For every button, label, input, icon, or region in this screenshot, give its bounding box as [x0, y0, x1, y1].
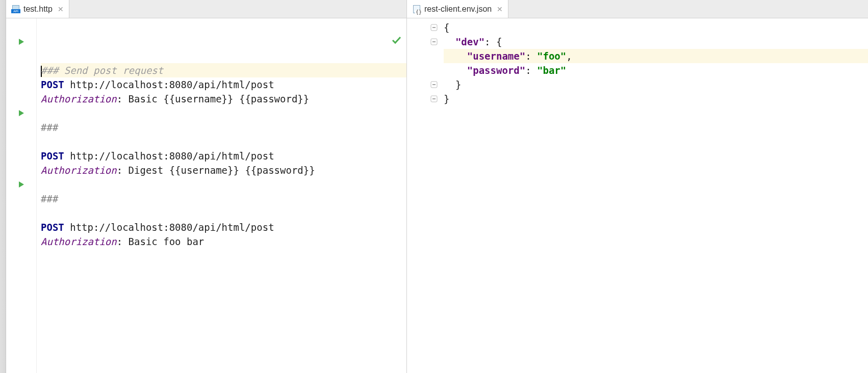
header-value: : Digest {{username}} {{password}} — [117, 165, 315, 176]
code-line[interactable]: Authorization: Digest {{username}} {{pas… — [41, 163, 406, 177]
code-line[interactable]: } — [444, 92, 868, 106]
json-key: "username" — [467, 50, 525, 62]
right-editor[interactable]: { "dev": { "username": "foo", "password"… — [407, 18, 868, 373]
http-url: http://localhost:8080/api/html/post — [64, 150, 274, 162]
http-url: http://localhost:8080/api/html/post — [64, 222, 274, 233]
close-icon[interactable]: ✕ — [497, 5, 503, 13]
code-line[interactable] — [41, 206, 406, 220]
http-method: POST — [41, 222, 64, 233]
run-request-icon[interactable] — [17, 109, 25, 117]
left-gutter[interactable] — [6, 18, 37, 373]
right-editor-pane: {} rest-client.env.json ✕ { "dev": { "us… — [407, 0, 868, 373]
left-code-area[interactable]: ### Send post requestPOST http://localho… — [37, 18, 406, 373]
code-line[interactable]: POST http://localhost:8080/api/html/post — [41, 149, 406, 163]
comment-text: ### Send post request — [41, 65, 163, 76]
run-request-icon[interactable] — [17, 180, 25, 189]
right-tabbar: {} rest-client.env.json ✕ — [407, 0, 868, 18]
tool-window-strip[interactable] — [0, 0, 6, 373]
json-string: "foo" — [537, 50, 566, 62]
json-punct: } — [444, 79, 461, 90]
code-line[interactable]: ### — [41, 120, 406, 135]
code-line[interactable]: POST http://localhost:8080/api/html/post — [41, 77, 406, 92]
code-line[interactable]: "password": "bar" — [444, 63, 868, 77]
tab-rest-client-env[interactable]: {} rest-client.env.json ✕ — [407, 0, 508, 18]
http-method: POST — [41, 150, 64, 162]
run-request-icon[interactable] — [17, 38, 25, 46]
right-code-area[interactable]: { "dev": { "username": "foo", "password"… — [440, 18, 868, 373]
json-key: "dev" — [455, 36, 484, 47]
code-line[interactable]: { — [444, 20, 868, 35]
fold-expand-icon[interactable] — [430, 95, 438, 103]
code-line[interactable] — [41, 106, 406, 120]
json-punct: : — [525, 50, 537, 62]
json-punct — [444, 65, 467, 76]
header-value: : Basic {{username}} {{password}} — [117, 93, 310, 104]
fold-expand-icon[interactable] — [430, 81, 438, 89]
code-line[interactable]: "username": "foo", — [444, 49, 868, 63]
json-key: "password" — [467, 65, 525, 76]
code-line[interactable] — [41, 177, 406, 192]
right-gutter[interactable] — [407, 18, 428, 373]
json-punct: } — [444, 93, 449, 104]
request-separator: ### — [41, 193, 58, 204]
json-punct: , — [566, 50, 572, 62]
json-file-icon: {} — [412, 5, 421, 14]
code-line[interactable]: ### Send post request — [41, 63, 406, 77]
http-file-icon: API — [11, 5, 20, 14]
header-name: Authorization — [41, 165, 117, 176]
header-value: : Basic foo bar — [117, 236, 205, 247]
json-punct: : — [525, 65, 537, 76]
json-punct — [444, 36, 455, 47]
http-method: POST — [41, 79, 64, 90]
code-line[interactable] — [41, 135, 406, 149]
request-separator: ### — [41, 122, 58, 133]
tab-label: test.http — [23, 5, 53, 14]
code-line[interactable]: ### — [41, 192, 406, 206]
http-url: http://localhost:8080/api/html/post — [64, 79, 274, 90]
code-line[interactable]: } — [444, 77, 868, 92]
left-tabbar: API test.http ✕ — [6, 0, 406, 18]
right-fold-strip[interactable] — [428, 18, 440, 373]
json-punct: : { — [484, 36, 502, 47]
json-punct — [444, 50, 467, 62]
header-name: Authorization — [41, 93, 117, 104]
code-line[interactable]: "dev": { — [444, 35, 868, 49]
inspection-ok-icon[interactable] — [333, 20, 401, 63]
tab-test-http[interactable]: API test.http ✕ — [6, 0, 69, 18]
json-string: "bar" — [537, 65, 566, 76]
code-line[interactable]: Authorization: Basic {{username}} {{pass… — [41, 92, 406, 106]
fold-collapse-icon[interactable] — [430, 23, 438, 32]
header-name: Authorization — [41, 236, 117, 247]
code-line[interactable]: POST http://localhost:8080/api/html/post — [41, 220, 406, 234]
left-editor-pane: API test.http ✕ ### Send post requestPOS… — [6, 0, 407, 373]
close-icon[interactable]: ✕ — [58, 5, 64, 13]
left-editor[interactable]: ### Send post requestPOST http://localho… — [6, 18, 406, 373]
tab-label: rest-client.env.json — [424, 5, 492, 14]
fold-collapse-icon[interactable] — [430, 38, 438, 46]
json-punct: { — [444, 22, 449, 33]
code-line[interactable]: Authorization: Basic foo bar — [41, 234, 406, 249]
ide-root: API test.http ✕ ### Send post requestPOS… — [0, 0, 868, 373]
